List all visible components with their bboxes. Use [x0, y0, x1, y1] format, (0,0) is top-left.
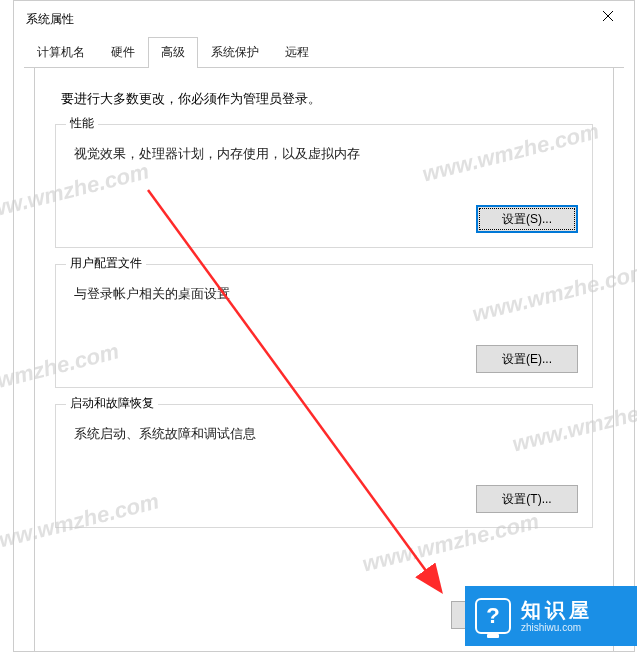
- group-user-profiles-title: 用户配置文件: [66, 255, 146, 272]
- tab-strip: 计算机名 硬件 高级 系统保护 远程: [24, 37, 624, 68]
- group-performance: 性能 视觉效果，处理器计划，内存使用，以及虚拟内存 设置(S)...: [55, 124, 593, 248]
- brand-name-en: zhishiwu.com: [521, 622, 593, 633]
- group-performance-desc: 视觉效果，处理器计划，内存使用，以及虚拟内存: [74, 145, 578, 163]
- brand-name-cn: 知识屋: [521, 600, 593, 620]
- user-profiles-settings-button[interactable]: 设置(E)...: [476, 345, 578, 373]
- tab-content-advanced: 要进行大多数更改，你必须作为管理员登录。 性能 视觉效果，处理器计划，内存使用，…: [34, 68, 614, 652]
- close-icon: [602, 10, 614, 22]
- brand-text: 知识屋 zhishiwu.com: [521, 600, 593, 633]
- group-performance-actions: 设置(S)...: [70, 205, 578, 233]
- group-startup-recovery: 启动和故障恢复 系统启动、系统故障和调试信息 设置(T)...: [55, 404, 593, 528]
- tab-computer-name[interactable]: 计算机名: [24, 37, 98, 67]
- tab-system-protection[interactable]: 系统保护: [198, 37, 272, 67]
- brand-mark-icon: ?: [475, 598, 511, 634]
- admin-note: 要进行大多数更改，你必须作为管理员登录。: [61, 90, 593, 108]
- performance-settings-button[interactable]: 设置(S)...: [476, 205, 578, 233]
- window-title: 系统属性: [26, 11, 74, 28]
- group-user-profiles-actions: 设置(E)...: [70, 345, 578, 373]
- startup-recovery-settings-button[interactable]: 设置(T)...: [476, 485, 578, 513]
- tab-hardware[interactable]: 硬件: [98, 37, 148, 67]
- tab-advanced[interactable]: 高级: [148, 37, 198, 68]
- close-button[interactable]: [588, 2, 628, 30]
- group-user-profiles-desc: 与登录帐户相关的桌面设置: [74, 285, 578, 303]
- group-user-profiles: 用户配置文件 与登录帐户相关的桌面设置 设置(E)...: [55, 264, 593, 388]
- brand-logo: ? 知识屋 zhishiwu.com: [465, 586, 637, 646]
- group-startup-recovery-actions: 设置(T)...: [70, 485, 578, 513]
- group-startup-recovery-desc: 系统启动、系统故障和调试信息: [74, 425, 578, 443]
- tab-remote[interactable]: 远程: [272, 37, 322, 67]
- tabs-container: 计算机名 硬件 高级 系统保护 远程 要进行大多数更改，你必须作为管理员登录。 …: [14, 37, 634, 652]
- titlebar: 系统属性: [14, 1, 634, 37]
- group-startup-recovery-title: 启动和故障恢复: [66, 395, 158, 412]
- system-properties-window: 系统属性 计算机名 硬件 高级 系统保护 远程 要进行大多数更改，你必须作为管理…: [13, 0, 635, 652]
- group-performance-title: 性能: [66, 115, 98, 132]
